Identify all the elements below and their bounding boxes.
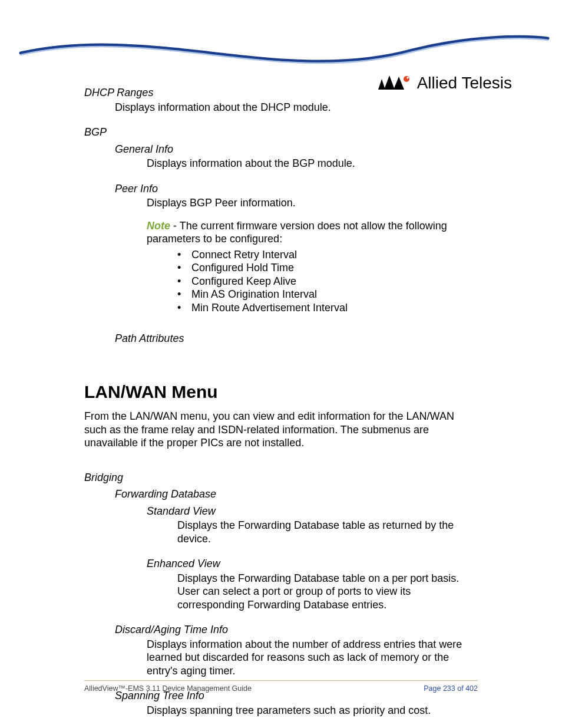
bgp-peer-note: Note - The current firmware version does… — [147, 219, 476, 246]
bgp-peer-bullets: Connect Retry Interval Configured Hold T… — [84, 248, 476, 315]
list-item: Connect Retry Interval — [177, 248, 476, 262]
footer-doc-title: AlliedView™-EMS 3.11 Device Management G… — [84, 684, 252, 693]
footer-page-number: Page 233 of 402 — [424, 684, 478, 693]
header-swoosh-icon — [0, 18, 562, 83]
bgp-general-desc: Displays information about the BGP modul… — [147, 157, 476, 170]
fdb-standard-term: Standard View — [147, 505, 476, 518]
bgp-peer-desc: Displays BGP Peer information. — [147, 196, 476, 210]
bridging-term: Bridging — [84, 471, 476, 485]
bgp-general-term: General Info — [115, 143, 476, 156]
stp-desc: Displays spanning tree parameters such a… — [147, 704, 476, 717]
list-item: Min AS Origination Interval — [177, 288, 476, 301]
lanwan-intro: From the LAN/WAN menu, you can view and … — [84, 410, 476, 450]
discard-desc: Displays information about the number of… — [147, 638, 476, 678]
page-header: Allied Telesis — [0, 18, 562, 83]
list-item: Min Route Advertisement Interval — [177, 301, 476, 315]
document-page: Allied Telesis DHCP Ranges Displays info… — [0, 0, 562, 728]
fdb-term: Forwarding Database — [115, 487, 476, 501]
bgp-term: BGP — [84, 126, 476, 139]
bgp-peer-note-text: - The current firmware version does not … — [147, 220, 447, 245]
dhcp-ranges-term: DHCP Ranges — [84, 86, 476, 100]
lanwan-heading: LAN/WAN Menu — [84, 381, 476, 403]
bgp-peer-term: Peer Info — [115, 182, 476, 196]
list-item: Configured Keep Alive — [177, 275, 476, 288]
svg-point-3 — [404, 76, 409, 82]
fdb-standard-desc: Displays the Forwarding Database table a… — [177, 519, 476, 545]
page-footer: AlliedView™-EMS 3.11 Device Management G… — [84, 680, 478, 693]
discard-term: Discard/Aging Time Info — [115, 623, 476, 637]
page-content: DHCP Ranges Displays information about t… — [84, 83, 476, 728]
svg-point-4 — [406, 77, 408, 78]
note-label: Note — [147, 220, 170, 232]
fdb-enhanced-term: Enhanced View — [147, 557, 476, 571]
bgp-path-attrs-term: Path Attributes — [115, 332, 476, 345]
dhcp-ranges-desc: Displays information about the DHCP modu… — [115, 101, 476, 114]
list-item: Configured Hold Time — [177, 261, 476, 275]
fdb-enhanced-desc: Displays the Forwarding Database table o… — [177, 572, 476, 612]
